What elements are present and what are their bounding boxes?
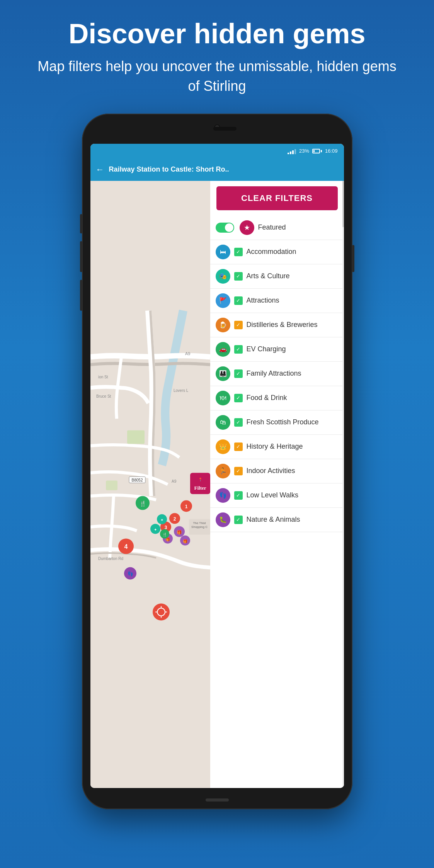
accommodation-icon: 🛏 <box>216 245 230 259</box>
svg-text:Dumbarton Rd: Dumbarton Rd <box>98 556 123 560</box>
filter-item-attractions[interactable]: 🚩 ✓ Attractions <box>210 289 344 313</box>
svg-text:Filter: Filter <box>194 485 206 490</box>
filter-label-accommodation: Accommodation <box>247 248 339 256</box>
filter-item-ev-charging[interactable]: 🚗 ✓ EV Charging <box>210 337 344 362</box>
app-title: Railway Station to Castle: Short Ro.. <box>109 165 339 174</box>
svg-text:B8052: B8052 <box>131 478 143 482</box>
map-svg: A9 Lovers L ion St Bruce St B8052 A9 Dum… <box>90 181 210 788</box>
filter-label-nature-animals: Nature & Animals <box>247 516 339 524</box>
food-drink-icon: 🍽 <box>216 391 230 405</box>
svg-text:📍: 📍 <box>198 477 203 482</box>
svg-rect-45 <box>190 473 210 494</box>
svg-text:Lovers L: Lovers L <box>174 388 189 392</box>
scrollbar-track <box>342 181 344 788</box>
svg-text:🎁: 🎁 <box>177 529 182 534</box>
family-attractions-checkbox[interactable]: ✓ <box>234 369 243 378</box>
filter-label-featured: Featured <box>258 223 339 231</box>
scrollbar-thumb[interactable] <box>342 181 344 227</box>
filter-label-history-heritage: History & Heritage <box>247 443 339 451</box>
filter-item-food-drink[interactable]: 🍽 ✓ Food & Drink <box>210 386 344 410</box>
clock: 16:09 <box>325 148 338 154</box>
signal-bar-3 <box>292 150 294 154</box>
filter-label-food-drink: Food & Drink <box>247 394 339 402</box>
filter-item-low-level-walks[interactable]: 👣 ✓ Low Level Walks <box>210 483 344 508</box>
clear-filters-button[interactable]: CLEAR FILTERS <box>216 186 338 210</box>
svg-text:3: 3 <box>164 524 167 530</box>
main-title: Discover hidden gems <box>31 19 403 49</box>
attractions-checkbox[interactable]: ✓ <box>234 296 243 305</box>
svg-point-39 <box>153 603 170 620</box>
status-bar: 23% 16:09 <box>90 144 344 158</box>
svg-text:✦: ✦ <box>154 527 157 531</box>
filter-item-distilleries[interactable]: 🍺 ✓ Distilleries & Breweries <box>210 313 344 337</box>
svg-text:A9: A9 <box>172 479 177 483</box>
filter-item-indoor-activities[interactable]: 🏃 ✓ Indoor Activities <box>210 459 344 483</box>
map-area: A9 Lovers L ion St Bruce St B8052 A9 Dum… <box>90 181 210 788</box>
featured-toggle[interactable] <box>216 223 234 233</box>
history-heritage-checkbox[interactable]: ✓ <box>234 443 243 451</box>
signal-bar-1 <box>288 153 289 154</box>
history-heritage-icon: 👑 <box>216 439 230 454</box>
svg-text:👣: 👣 <box>127 570 133 576</box>
filter-item-featured[interactable]: ★ Featured <box>210 216 344 240</box>
filter-label-ev-charging: EV Charging <box>247 345 339 353</box>
family-attractions-icon: 👨‍👩‍👧 <box>216 366 230 381</box>
ev-charging-checkbox[interactable]: ✓ <box>234 345 243 354</box>
filter-label-attractions: Attractions <box>247 296 339 305</box>
filter-item-accommodation[interactable]: 🛏 ✓ Accommodation <box>210 240 344 264</box>
svg-text:The Thist: The Thist <box>193 521 206 524</box>
fresh-scottish-icon: 🛍 <box>216 415 230 430</box>
filter-item-arts-culture[interactable]: 🎭 ✓ Arts & Culture <box>210 264 344 289</box>
indoor-activities-checkbox[interactable]: ✓ <box>234 467 243 475</box>
svg-text:2: 2 <box>173 516 176 521</box>
arts-culture-checkbox[interactable]: ✓ <box>234 272 243 281</box>
low-level-walks-checkbox[interactable]: ✓ <box>234 491 243 500</box>
phone-mockup: 23% 16:09 ← Railway Station to Castle: S… <box>82 114 352 809</box>
filter-item-fresh-scottish[interactable]: 🛍 ✓ Fresh Scottish Produce <box>210 410 344 435</box>
attractions-icon: 🚩 <box>216 293 230 308</box>
phone-vol-down-button <box>80 280 82 311</box>
distilleries-checkbox[interactable]: ✓ <box>234 321 243 329</box>
page-header: Discover hidden gems Map filters help yo… <box>0 0 434 110</box>
distilleries-icon: 🍺 <box>216 318 230 332</box>
main-content: A9 Lovers L ion St Bruce St B8052 A9 Dum… <box>90 181 344 788</box>
indoor-activities-icon: 🏃 <box>216 464 230 478</box>
phone-power-button <box>352 245 354 272</box>
filter-item-family-attractions[interactable]: 👨‍👩‍👧 ✓ Family Attractions <box>210 362 344 386</box>
filter-item-nature-animals[interactable]: 🐛 ✓ Nature & Animals <box>210 508 344 532</box>
food-drink-checkbox[interactable]: ✓ <box>234 394 243 402</box>
phone-body: 23% 16:09 ← Railway Station to Castle: S… <box>82 114 352 809</box>
svg-text:✦: ✦ <box>160 517 163 522</box>
svg-text:1: 1 <box>185 504 187 509</box>
filter-label-family-attractions: Family Attractions <box>247 369 339 378</box>
filter-item-history-heritage[interactable]: 👑 ✓ History & Heritage <box>210 435 344 459</box>
filter-label-fresh-scottish: Fresh Scottish Produce <box>247 418 339 426</box>
filter-label-low-level-walks: Low Level Walks <box>247 491 339 499</box>
svg-text:ion St: ion St <box>98 374 108 379</box>
nature-animals-checkbox[interactable]: ✓ <box>234 516 243 524</box>
low-level-walks-icon: 👣 <box>216 488 230 503</box>
accommodation-checkbox[interactable]: ✓ <box>234 248 243 256</box>
filter-label-arts-culture: Arts & Culture <box>247 272 339 280</box>
filter-label-indoor-activities: Indoor Activities <box>247 467 339 475</box>
signal-bar-4 <box>294 149 296 154</box>
signal-indicator <box>288 148 296 154</box>
filter-panel: CLEAR FILTERS ★ Featured 🛏 ✓ Accommodati… <box>210 181 344 788</box>
svg-text:Shopping C: Shopping C <box>191 525 208 528</box>
featured-icon: ★ <box>240 220 254 235</box>
phone-screen: 23% 16:09 ← Railway Station to Castle: S… <box>90 144 344 788</box>
battery-icon <box>312 149 322 153</box>
phone-home-button <box>206 798 229 802</box>
signal-bar-2 <box>290 151 291 154</box>
svg-text:🍴: 🍴 <box>162 532 167 537</box>
back-button[interactable]: ← <box>96 165 104 175</box>
svg-rect-1 <box>127 430 145 444</box>
fresh-scottish-checkbox[interactable]: ✓ <box>234 418 243 427</box>
svg-text:Bruce St: Bruce St <box>96 394 111 398</box>
arts-culture-icon: 🎭 <box>216 269 230 284</box>
main-subtitle: Map filters help you uncover the unmissa… <box>31 57 403 96</box>
phone-speaker <box>213 127 237 131</box>
svg-text:A9: A9 <box>185 351 190 356</box>
svg-text:🎁: 🎁 <box>183 538 188 543</box>
nature-animals-icon: 🐛 <box>216 512 230 527</box>
